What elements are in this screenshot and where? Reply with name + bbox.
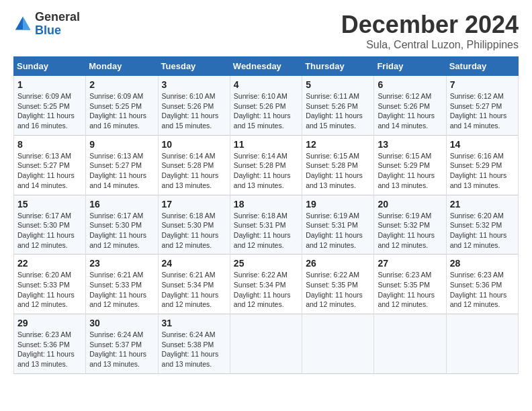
table-row: 8Sunrise: 6:13 AMSunset: 5:27 PMDaylight… — [14, 135, 86, 195]
col-tuesday: Tuesday — [158, 57, 230, 76]
table-row: 26Sunrise: 6:22 AMSunset: 5:35 PMDayligh… — [302, 255, 374, 314]
calendar-table: Sunday Monday Tuesday Wednesday Thursday… — [13, 56, 519, 374]
day-info: Sunrise: 6:21 AMSunset: 5:34 PMDaylight:… — [162, 270, 226, 310]
day-number: 5 — [306, 79, 370, 90]
table-row: 27Sunrise: 6:23 AMSunset: 5:35 PMDayligh… — [374, 255, 446, 314]
day-number: 23 — [89, 258, 154, 269]
calendar-week-row: 8Sunrise: 6:13 AMSunset: 5:27 PMDaylight… — [14, 135, 519, 195]
day-info: Sunrise: 6:24 AMSunset: 5:38 PMDaylight:… — [162, 330, 226, 369]
title-area: December 2024 Sula, Central Luzon, Phili… — [341, 11, 519, 51]
table-row: 30Sunrise: 6:24 AMSunset: 5:37 PMDayligh… — [86, 314, 158, 374]
day-info: Sunrise: 6:19 AMSunset: 5:31 PMDaylight:… — [306, 211, 370, 250]
table-row: 21Sunrise: 6:20 AMSunset: 5:32 PMDayligh… — [446, 195, 518, 255]
day-info: Sunrise: 6:19 AMSunset: 5:32 PMDaylight:… — [378, 211, 442, 250]
table-row: 19Sunrise: 6:19 AMSunset: 5:31 PMDayligh… — [302, 195, 374, 255]
day-number: 3 — [162, 79, 226, 90]
day-number: 21 — [450, 199, 515, 210]
day-number: 4 — [234, 79, 298, 90]
table-row: 14Sunrise: 6:16 AMSunset: 5:29 PMDayligh… — [446, 135, 518, 195]
day-number: 11 — [234, 139, 298, 150]
day-number: 6 — [378, 79, 442, 90]
table-row — [374, 314, 446, 374]
table-row: 17Sunrise: 6:18 AMSunset: 5:30 PMDayligh… — [158, 195, 230, 255]
day-info: Sunrise: 6:21 AMSunset: 5:33 PMDaylight:… — [89, 270, 154, 310]
day-info: Sunrise: 6:22 AMSunset: 5:35 PMDaylight:… — [306, 270, 370, 310]
calendar-week-row: 15Sunrise: 6:17 AMSunset: 5:30 PMDayligh… — [14, 195, 519, 255]
day-info: Sunrise: 6:09 AMSunset: 5:25 PMDaylight:… — [17, 91, 82, 131]
day-info: Sunrise: 6:17 AMSunset: 5:30 PMDaylight:… — [17, 211, 82, 250]
day-number: 7 — [450, 79, 515, 90]
table-row: 1Sunrise: 6:09 AMSunset: 5:25 PMDaylight… — [14, 76, 86, 136]
calendar-header-row: Sunday Monday Tuesday Wednesday Thursday… — [14, 57, 519, 76]
day-number: 25 — [234, 258, 298, 269]
table-row: 25Sunrise: 6:22 AMSunset: 5:34 PMDayligh… — [230, 255, 302, 314]
month-title: December 2024 — [341, 11, 519, 39]
day-info: Sunrise: 6:11 AMSunset: 5:26 PMDaylight:… — [306, 91, 370, 131]
col-thursday: Thursday — [302, 57, 374, 76]
table-row: 7Sunrise: 6:12 AMSunset: 5:27 PMDaylight… — [446, 76, 518, 136]
logo-general: General — [35, 10, 80, 24]
day-number: 18 — [234, 199, 298, 210]
table-row: 11Sunrise: 6:14 AMSunset: 5:28 PMDayligh… — [230, 135, 302, 195]
table-row: 22Sunrise: 6:20 AMSunset: 5:33 PMDayligh… — [14, 255, 86, 314]
table-row: 15Sunrise: 6:17 AMSunset: 5:30 PMDayligh… — [14, 195, 86, 255]
table-row: 18Sunrise: 6:18 AMSunset: 5:31 PMDayligh… — [230, 195, 302, 255]
table-row: 13Sunrise: 6:15 AMSunset: 5:29 PMDayligh… — [374, 135, 446, 195]
day-info: Sunrise: 6:22 AMSunset: 5:34 PMDaylight:… — [234, 270, 298, 310]
day-number: 29 — [17, 318, 82, 328]
day-info: Sunrise: 6:13 AMSunset: 5:27 PMDaylight:… — [17, 151, 82, 191]
table-row: 6Sunrise: 6:12 AMSunset: 5:26 PMDaylight… — [374, 76, 446, 136]
day-number: 10 — [162, 139, 226, 150]
day-info: Sunrise: 6:23 AMSunset: 5:36 PMDaylight:… — [17, 330, 82, 369]
logo: General Blue — [13, 11, 80, 38]
day-number: 2 — [89, 79, 154, 90]
table-row: 28Sunrise: 6:23 AMSunset: 5:36 PMDayligh… — [446, 255, 518, 314]
day-number: 31 — [162, 318, 226, 328]
day-number: 28 — [450, 258, 515, 269]
table-row: 31Sunrise: 6:24 AMSunset: 5:38 PMDayligh… — [158, 314, 230, 374]
table-row: 10Sunrise: 6:14 AMSunset: 5:28 PMDayligh… — [158, 135, 230, 195]
day-info: Sunrise: 6:12 AMSunset: 5:27 PMDaylight:… — [450, 91, 515, 131]
day-info: Sunrise: 6:20 AMSunset: 5:33 PMDaylight:… — [17, 270, 82, 310]
day-number: 12 — [306, 139, 370, 150]
day-info: Sunrise: 6:23 AMSunset: 5:35 PMDaylight:… — [378, 270, 442, 310]
location-title: Sula, Central Luzon, Philippines — [341, 39, 519, 51]
day-number: 9 — [89, 139, 154, 150]
day-info: Sunrise: 6:12 AMSunset: 5:26 PMDaylight:… — [378, 91, 442, 131]
day-info: Sunrise: 6:23 AMSunset: 5:36 PMDaylight:… — [450, 270, 515, 310]
col-saturday: Saturday — [446, 57, 518, 76]
day-info: Sunrise: 6:10 AMSunset: 5:26 PMDaylight:… — [162, 91, 226, 131]
table-row: 29Sunrise: 6:23 AMSunset: 5:36 PMDayligh… — [14, 314, 86, 374]
page-header: General Blue December 2024 Sula, Central… — [13, 11, 519, 51]
table-row: 12Sunrise: 6:15 AMSunset: 5:28 PMDayligh… — [302, 135, 374, 195]
logo-text: General Blue — [35, 11, 80, 38]
day-info: Sunrise: 6:15 AMSunset: 5:29 PMDaylight:… — [378, 151, 442, 191]
calendar-week-row: 29Sunrise: 6:23 AMSunset: 5:36 PMDayligh… — [14, 314, 519, 374]
day-number: 17 — [162, 199, 226, 210]
day-info: Sunrise: 6:24 AMSunset: 5:37 PMDaylight:… — [89, 330, 154, 369]
logo-blue: Blue — [35, 24, 61, 37]
day-info: Sunrise: 6:18 AMSunset: 5:31 PMDaylight:… — [234, 211, 298, 250]
table-row — [302, 314, 374, 374]
day-number: 1 — [17, 79, 82, 90]
col-friday: Friday — [374, 57, 446, 76]
day-number: 19 — [306, 199, 370, 210]
calendar-week-row: 22Sunrise: 6:20 AMSunset: 5:33 PMDayligh… — [14, 255, 519, 314]
day-number: 20 — [378, 199, 442, 210]
table-row: 2Sunrise: 6:09 AMSunset: 5:25 PMDaylight… — [86, 76, 158, 136]
day-info: Sunrise: 6:10 AMSunset: 5:26 PMDaylight:… — [234, 91, 298, 131]
day-number: 26 — [306, 258, 370, 269]
table-row: 20Sunrise: 6:19 AMSunset: 5:32 PMDayligh… — [374, 195, 446, 255]
calendar-week-row: 1Sunrise: 6:09 AMSunset: 5:25 PMDaylight… — [14, 76, 519, 136]
day-number: 8 — [17, 139, 82, 150]
day-info: Sunrise: 6:17 AMSunset: 5:30 PMDaylight:… — [89, 211, 154, 250]
table-row: 24Sunrise: 6:21 AMSunset: 5:34 PMDayligh… — [158, 255, 230, 314]
day-info: Sunrise: 6:18 AMSunset: 5:30 PMDaylight:… — [162, 211, 226, 250]
day-number: 16 — [89, 199, 154, 210]
table-row — [230, 314, 302, 374]
day-info: Sunrise: 6:16 AMSunset: 5:29 PMDaylight:… — [450, 151, 515, 191]
day-number: 22 — [17, 258, 82, 269]
table-row — [446, 314, 518, 374]
table-row: 9Sunrise: 6:13 AMSunset: 5:27 PMDaylight… — [86, 135, 158, 195]
table-row: 3Sunrise: 6:10 AMSunset: 5:26 PMDaylight… — [158, 76, 230, 136]
